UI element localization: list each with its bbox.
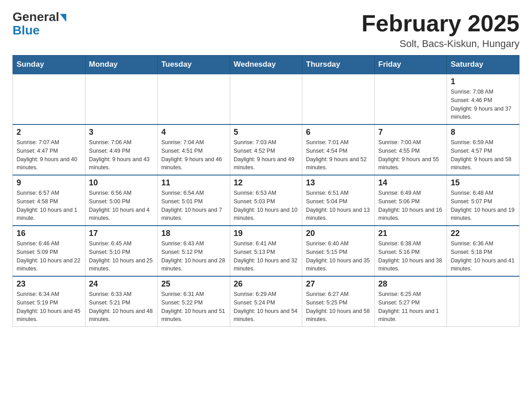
day-number: 11 bbox=[161, 178, 226, 188]
day-cell bbox=[85, 74, 158, 124]
day-number: 26 bbox=[234, 279, 299, 289]
day-info: Sunrise: 6:56 AMSunset: 5:00 PMDaylight:… bbox=[89, 189, 154, 223]
day-number: 23 bbox=[17, 279, 82, 289]
page: General Blue February 2025 Solt, Bacs-Ki… bbox=[0, 0, 532, 336]
day-info: Sunrise: 7:04 AMSunset: 4:51 PMDaylight:… bbox=[161, 138, 226, 172]
day-header-friday: Friday bbox=[374, 56, 447, 74]
day-number: 17 bbox=[89, 229, 154, 238]
week-row-3: 9Sunrise: 6:57 AMSunset: 4:58 PMDaylight… bbox=[13, 175, 519, 226]
week-row-5: 23Sunrise: 6:34 AMSunset: 5:19 PMDayligh… bbox=[13, 276, 519, 327]
day-header-saturday: Saturday bbox=[447, 56, 519, 74]
day-number: 4 bbox=[161, 128, 226, 137]
day-cell: 21Sunrise: 6:38 AMSunset: 5:16 PMDayligh… bbox=[374, 226, 447, 276]
header: General Blue February 2025 Solt, Bacs-Ki… bbox=[13, 11, 519, 50]
location: Solt, Bacs-Kiskun, Hungary bbox=[361, 38, 519, 50]
day-number: 20 bbox=[306, 229, 371, 238]
day-info: Sunrise: 6:48 AMSunset: 5:07 PMDaylight:… bbox=[450, 189, 515, 223]
day-cell: 7Sunrise: 7:00 AMSunset: 4:55 PMDaylight… bbox=[374, 124, 447, 175]
day-number: 13 bbox=[306, 178, 371, 188]
day-number: 1 bbox=[450, 77, 515, 86]
day-number: 15 bbox=[450, 178, 515, 188]
day-info: Sunrise: 7:01 AMSunset: 4:54 PMDaylight:… bbox=[306, 138, 371, 172]
day-info: Sunrise: 7:03 AMSunset: 4:52 PMDaylight:… bbox=[234, 138, 299, 172]
day-info: Sunrise: 6:57 AMSunset: 4:58 PMDaylight:… bbox=[17, 189, 82, 223]
day-number: 12 bbox=[234, 178, 299, 188]
day-header-sunday: Sunday bbox=[13, 56, 86, 74]
day-cell: 13Sunrise: 6:51 AMSunset: 5:04 PMDayligh… bbox=[302, 175, 375, 226]
day-cell: 1Sunrise: 7:08 AMSunset: 4:46 PMDaylight… bbox=[447, 74, 519, 124]
day-number: 21 bbox=[378, 229, 443, 238]
logo: General Blue bbox=[13, 11, 67, 38]
logo-blue-text: Blue bbox=[13, 23, 40, 38]
day-header-tuesday: Tuesday bbox=[158, 56, 230, 74]
day-cell: 23Sunrise: 6:34 AMSunset: 5:19 PMDayligh… bbox=[13, 276, 86, 327]
day-cell: 3Sunrise: 7:06 AMSunset: 4:49 PMDaylight… bbox=[85, 124, 158, 175]
day-cell bbox=[447, 276, 519, 327]
day-info: Sunrise: 6:25 AMSunset: 5:27 PMDaylight:… bbox=[378, 290, 443, 324]
day-info: Sunrise: 6:41 AMSunset: 5:13 PMDaylight:… bbox=[234, 240, 299, 273]
logo-text: General bbox=[13, 11, 67, 23]
day-cell: 10Sunrise: 6:56 AMSunset: 5:00 PMDayligh… bbox=[85, 175, 158, 226]
day-info: Sunrise: 6:46 AMSunset: 5:09 PMDaylight:… bbox=[17, 240, 82, 273]
day-info: Sunrise: 6:51 AMSunset: 5:04 PMDaylight:… bbox=[306, 189, 371, 223]
day-info: Sunrise: 6:49 AMSunset: 5:06 PMDaylight:… bbox=[378, 189, 443, 223]
week-row-2: 2Sunrise: 7:07 AMSunset: 4:47 PMDaylight… bbox=[13, 124, 519, 175]
day-number: 9 bbox=[17, 178, 82, 188]
day-info: Sunrise: 7:07 AMSunset: 4:47 PMDaylight:… bbox=[17, 138, 82, 172]
day-number: 24 bbox=[89, 279, 154, 289]
day-cell: 24Sunrise: 6:33 AMSunset: 5:21 PMDayligh… bbox=[85, 276, 158, 327]
day-cell: 25Sunrise: 6:31 AMSunset: 5:22 PMDayligh… bbox=[158, 276, 230, 327]
title-block: February 2025 Solt, Bacs-Kiskun, Hungary bbox=[361, 11, 519, 50]
day-number: 7 bbox=[378, 128, 443, 137]
day-header-wednesday: Wednesday bbox=[230, 56, 302, 74]
day-number: 3 bbox=[89, 128, 154, 137]
day-info: Sunrise: 6:53 AMSunset: 5:03 PMDaylight:… bbox=[234, 189, 299, 223]
day-cell: 14Sunrise: 6:49 AMSunset: 5:06 PMDayligh… bbox=[374, 175, 447, 226]
day-info: Sunrise: 6:34 AMSunset: 5:19 PMDaylight:… bbox=[17, 290, 82, 324]
day-cell: 12Sunrise: 6:53 AMSunset: 5:03 PMDayligh… bbox=[230, 175, 302, 226]
day-info: Sunrise: 6:54 AMSunset: 5:01 PMDaylight:… bbox=[161, 189, 226, 223]
day-cell bbox=[374, 74, 447, 124]
day-header-thursday: Thursday bbox=[302, 56, 375, 74]
month-title: February 2025 bbox=[361, 11, 519, 36]
day-number: 27 bbox=[306, 279, 371, 289]
day-info: Sunrise: 7:08 AMSunset: 4:46 PMDaylight:… bbox=[450, 88, 515, 121]
day-info: Sunrise: 6:40 AMSunset: 5:15 PMDaylight:… bbox=[306, 240, 371, 273]
day-cell: 26Sunrise: 6:29 AMSunset: 5:24 PMDayligh… bbox=[230, 276, 302, 327]
day-cell: 18Sunrise: 6:43 AMSunset: 5:12 PMDayligh… bbox=[158, 226, 230, 276]
day-cell: 27Sunrise: 6:27 AMSunset: 5:25 PMDayligh… bbox=[302, 276, 375, 327]
header-row: SundayMondayTuesdayWednesdayThursdayFrid… bbox=[13, 56, 519, 74]
day-cell: 6Sunrise: 7:01 AMSunset: 4:54 PMDaylight… bbox=[302, 124, 375, 175]
day-number: 18 bbox=[161, 229, 226, 238]
day-cell: 19Sunrise: 6:41 AMSunset: 5:13 PMDayligh… bbox=[230, 226, 302, 276]
day-info: Sunrise: 6:43 AMSunset: 5:12 PMDaylight:… bbox=[161, 240, 226, 273]
day-info: Sunrise: 6:38 AMSunset: 5:16 PMDaylight:… bbox=[378, 240, 443, 273]
week-row-1: 1Sunrise: 7:08 AMSunset: 4:46 PMDaylight… bbox=[13, 74, 519, 124]
day-info: Sunrise: 6:45 AMSunset: 5:10 PMDaylight:… bbox=[89, 240, 154, 273]
day-header-monday: Monday bbox=[85, 56, 158, 74]
day-number: 19 bbox=[234, 229, 299, 238]
day-cell: 28Sunrise: 6:25 AMSunset: 5:27 PMDayligh… bbox=[374, 276, 447, 327]
day-cell bbox=[158, 74, 230, 124]
day-number: 2 bbox=[17, 128, 82, 137]
day-cell: 5Sunrise: 7:03 AMSunset: 4:52 PMDaylight… bbox=[230, 124, 302, 175]
day-cell: 11Sunrise: 6:54 AMSunset: 5:01 PMDayligh… bbox=[158, 175, 230, 226]
day-info: Sunrise: 6:33 AMSunset: 5:21 PMDaylight:… bbox=[89, 290, 154, 324]
day-info: Sunrise: 7:00 AMSunset: 4:55 PMDaylight:… bbox=[378, 138, 443, 172]
day-number: 5 bbox=[234, 128, 299, 137]
day-cell: 9Sunrise: 6:57 AMSunset: 4:58 PMDaylight… bbox=[13, 175, 86, 226]
day-info: Sunrise: 6:36 AMSunset: 5:18 PMDaylight:… bbox=[450, 240, 515, 273]
day-number: 25 bbox=[161, 279, 226, 289]
day-cell: 2Sunrise: 7:07 AMSunset: 4:47 PMDaylight… bbox=[13, 124, 86, 175]
day-cell: 16Sunrise: 6:46 AMSunset: 5:09 PMDayligh… bbox=[13, 226, 86, 276]
day-info: Sunrise: 6:27 AMSunset: 5:25 PMDaylight:… bbox=[306, 290, 371, 324]
day-number: 8 bbox=[450, 128, 515, 137]
day-cell: 8Sunrise: 6:59 AMSunset: 4:57 PMDaylight… bbox=[447, 124, 519, 175]
day-cell: 22Sunrise: 6:36 AMSunset: 5:18 PMDayligh… bbox=[447, 226, 519, 276]
day-number: 6 bbox=[306, 128, 371, 137]
day-number: 14 bbox=[378, 178, 443, 188]
week-row-4: 16Sunrise: 6:46 AMSunset: 5:09 PMDayligh… bbox=[13, 226, 519, 276]
day-cell bbox=[230, 74, 302, 124]
day-cell: 20Sunrise: 6:40 AMSunset: 5:15 PMDayligh… bbox=[302, 226, 375, 276]
day-cell bbox=[13, 74, 86, 124]
